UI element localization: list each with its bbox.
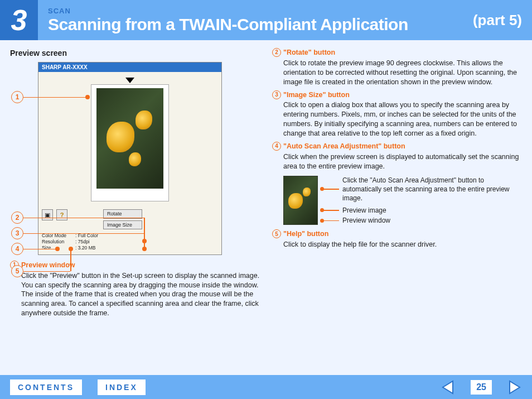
info-value: : 3.20 MB — [75, 245, 95, 251]
lead-dot — [142, 239, 147, 243]
preview-image — [96, 88, 163, 189]
item-title: "Image Size" button — [283, 90, 350, 100]
lead-line — [23, 233, 144, 234]
page-footer: CONTENTS INDEX 25 — [0, 375, 532, 399]
auto-scan-icon[interactable]: ▣ — [42, 209, 53, 220]
page-title: Scanning from a TWAIN-Compliant Applicat… — [48, 15, 473, 34]
item-number: 3 — [272, 90, 281, 99]
item-1-body: Click the "Preview" button in the Set-up… — [21, 271, 260, 318]
item-5-body: Click to display the help file for the s… — [283, 240, 522, 249]
item-4-body: Click when the preview screen is display… — [283, 152, 522, 171]
mini-label-3: Preview window — [342, 216, 390, 225]
chapter-number-box: 3 — [0, 0, 38, 40]
svg-marker-1 — [510, 381, 520, 393]
mini-preview-image — [283, 176, 318, 225]
scan-area — [91, 84, 169, 201]
callout-3: 3 — [11, 227, 23, 239]
info-value: : 75dpi — [75, 239, 90, 245]
lead-line — [323, 220, 339, 222]
item-title: "Help" button — [283, 229, 328, 239]
callout-2: 2 — [11, 211, 23, 224]
preview-screen-heading: Preview screen — [10, 48, 260, 59]
page-header: 3 SCAN Scanning from a TWAIN-Compliant A… — [0, 0, 532, 40]
lead-dot — [55, 247, 60, 251]
info-label: Resolution — [42, 239, 75, 245]
callout-5: 5 — [11, 265, 23, 277]
chapter-number: 3 — [11, 3, 27, 37]
mini-label-2: Preview image — [342, 206, 386, 215]
mini-labels: Click the "Auto Scan Area Adjustment" bu… — [323, 176, 522, 225]
item-2-heading: 2 "Rotate" button — [272, 48, 522, 57]
triangle-down-icon — [125, 78, 134, 83]
lead-line — [323, 210, 339, 211]
header-text: SCAN Scanning from a TWAIN-Compliant App… — [48, 7, 473, 34]
preview-canvas — [38, 72, 221, 206]
lead-line — [23, 271, 70, 272]
item-1-heading: 1 Preview window — [10, 261, 260, 270]
preview-screenshot: 1 2 3 4 5 SHARP AR-XXXX — [38, 62, 260, 255]
item-title: "Rotate" button — [283, 48, 335, 57]
svg-marker-0 — [443, 381, 453, 393]
callout-4: 4 — [11, 243, 23, 255]
mini-label-1: Click the "Auto Scan Area Adjustment" bu… — [342, 176, 522, 203]
item-5-heading: 5 "Help" button — [272, 229, 522, 239]
next-page-arrow-icon[interactable] — [507, 380, 522, 395]
lead-line — [70, 249, 71, 271]
help-icon[interactable]: ? — [56, 209, 67, 220]
scan-info: Color Mode: Full Color Resolution: 75dpi… — [38, 232, 221, 254]
item-title: "Auto Scan Area Adjustment" button — [283, 142, 405, 151]
index-button[interactable]: INDEX — [98, 379, 146, 395]
contents-button[interactable]: CONTENTS — [10, 379, 82, 395]
image-size-button[interactable]: Image Size — [103, 220, 142, 229]
mini-figure: Click the "Auto Scan Area Adjustment" bu… — [283, 176, 522, 225]
lead-dot — [142, 247, 147, 251]
item-4-heading: 4 "Auto Scan Area Adjustment" button — [272, 142, 522, 151]
item-title: Preview window — [21, 261, 75, 270]
item-number: 2 — [272, 48, 281, 57]
lead-line — [23, 218, 144, 219]
preview-toolbar: ▣ ? Rotate Image Size — [38, 206, 221, 231]
right-column: 2 "Rotate" button Click to rotate the pr… — [272, 48, 522, 369]
lead-line — [323, 189, 339, 190]
item-3-heading: 3 "Image Size" button — [272, 90, 522, 100]
part-label: (part 5) — [473, 12, 522, 29]
callout-1: 1 — [11, 91, 23, 103]
left-column: Preview screen 1 2 3 4 5 SHARP AR-XXXX — [10, 48, 260, 369]
prev-page-arrow-icon[interactable] — [441, 380, 455, 395]
lead-dot — [85, 95, 90, 99]
window-titlebar: SHARP AR-XXXX — [38, 63, 221, 73]
page-number: 25 — [471, 380, 492, 395]
scanner-preview-window: SHARP AR-XXXX ▣ ? Rotate — [38, 62, 222, 255]
lead-line — [23, 249, 57, 250]
lead-dot — [69, 247, 73, 251]
section-label-small: SCAN — [48, 7, 473, 15]
item-number: 5 — [272, 229, 281, 238]
item-number: 4 — [272, 142, 281, 151]
item-3-body: Click to open a dialog box that allows y… — [283, 100, 522, 138]
page-body: Preview screen 1 2 3 4 5 SHARP AR-XXXX — [0, 40, 532, 375]
item-2-body: Click to rotate the preview image 90 deg… — [283, 59, 522, 87]
lead-line — [23, 97, 87, 98]
